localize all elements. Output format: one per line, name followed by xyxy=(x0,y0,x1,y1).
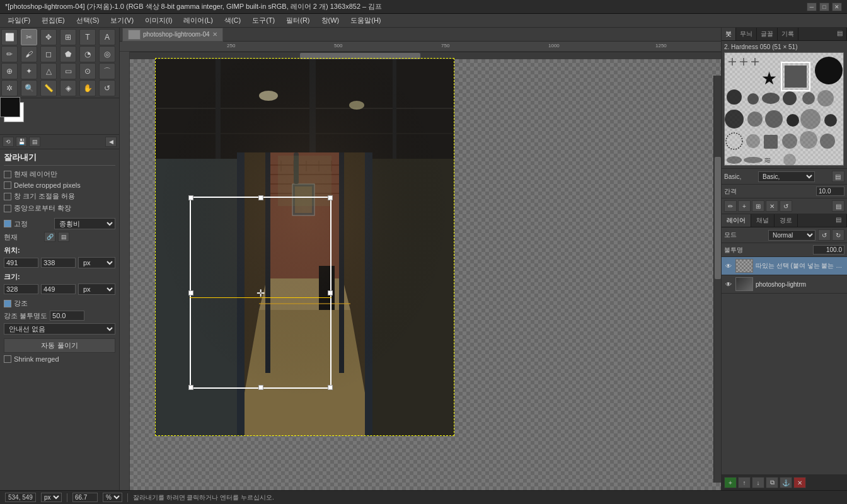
menu-item-1[interactable]: 편집(E) xyxy=(37,14,70,26)
tool-rotate[interactable]: ↺ xyxy=(99,80,115,96)
tab-history[interactable]: 기록 xyxy=(778,28,798,40)
pos-x-input[interactable] xyxy=(4,258,38,268)
tab-close-button[interactable]: ✕ xyxy=(212,31,217,38)
layers-tab-channels[interactable]: 채널 xyxy=(751,214,775,227)
tool-measure[interactable]: 📏 xyxy=(40,80,57,96)
tool-eraser[interactable]: ◻ xyxy=(40,46,57,62)
menu-item-6[interactable]: 색(C) xyxy=(219,14,246,26)
tool-align[interactable]: ⊞ xyxy=(60,29,76,45)
horizontal-scrollbar[interactable] xyxy=(120,52,721,59)
menu-item-9[interactable]: 창(W) xyxy=(316,14,345,26)
minimize-button[interactable]: ─ xyxy=(807,3,817,11)
auto-fit-button[interactable]: 자동 풀이기 xyxy=(4,338,115,353)
menu-item-10[interactable]: 도움말(H) xyxy=(345,14,386,26)
delete-layer-button[interactable]: ✕ xyxy=(793,477,806,488)
tool-color-pick[interactable]: ◈ xyxy=(60,80,76,96)
menu-button[interactable]: ▤ xyxy=(29,137,40,147)
tool-heal[interactable]: ✦ xyxy=(21,63,37,79)
menu-item-2[interactable]: 선택(S) xyxy=(71,14,105,26)
mode-undo-button[interactable]: ↺ xyxy=(818,229,831,241)
preset-select[interactable]: Basic, xyxy=(758,171,815,182)
pos-y-input[interactable] xyxy=(41,258,76,268)
brush-preview-canvas[interactable]: ★ xyxy=(724,52,844,166)
tool-dodge[interactable]: ◔ xyxy=(79,46,96,62)
shrink-merged-checkbox[interactable] xyxy=(4,355,11,363)
spacing-input[interactable] xyxy=(816,186,844,196)
layer-item-0[interactable]: 👁 따있는 선택 (붙여 넣는 붙는 레이 xyxy=(722,257,847,275)
color-swatches[interactable] xyxy=(4,102,38,130)
mode-redo-button[interactable]: ↻ xyxy=(832,229,844,241)
save-settings-button[interactable]: 💾 xyxy=(16,137,27,147)
tool-text[interactable]: A xyxy=(99,29,115,45)
vertical-scrollbar[interactable] xyxy=(713,76,721,483)
brush-grid-button[interactable]: ⊞ xyxy=(752,200,764,212)
pos-unit-select[interactable]: px xyxy=(78,257,115,268)
menu-item-8[interactable]: 필터(R) xyxy=(281,14,314,26)
tab-pattern[interactable]: 무늬 xyxy=(736,28,757,40)
current-layer-checkbox[interactable] xyxy=(4,171,11,178)
brush-delete-button[interactable]: ✕ xyxy=(766,200,778,212)
tool-lasso[interactable]: ⌒ xyxy=(99,63,115,79)
foreground-color-swatch[interactable] xyxy=(0,97,20,117)
current-link-button[interactable]: 🔗 xyxy=(44,232,55,242)
fixed-checkbox[interactable] xyxy=(4,220,11,227)
tab-font[interactable]: 글꼴 xyxy=(757,28,778,40)
coords-unit-select[interactable]: px xyxy=(41,493,62,502)
horizontal-scroll-thumb[interactable] xyxy=(300,53,420,59)
canvas-tab[interactable]: photoshop-lightroom-04 ✕ xyxy=(122,28,223,42)
expand-center-checkbox[interactable] xyxy=(4,205,11,212)
tool-path[interactable]: △ xyxy=(40,63,57,79)
collapse-button[interactable]: ◀ xyxy=(105,137,117,147)
tool-fill[interactable]: ⬟ xyxy=(60,46,76,62)
layers-panel-menu-button[interactable]: ▤ xyxy=(831,214,847,227)
duplicate-layer-button[interactable]: ⧉ xyxy=(766,477,778,488)
maximize-button[interactable]: □ xyxy=(819,3,829,11)
allow-resize-checkbox[interactable] xyxy=(4,193,11,200)
titlebar-controls[interactable]: ─ □ ✕ xyxy=(807,3,842,11)
preset-menu-button[interactable]: ▤ xyxy=(832,171,844,182)
new-layer-button[interactable]: + xyxy=(724,477,737,488)
tool-wand[interactable]: ✲ xyxy=(1,80,18,96)
anchor-layer-button[interactable]: ⚓ xyxy=(780,477,792,488)
brush-edit-button[interactable]: ✏ xyxy=(724,200,737,212)
tool-select-rect[interactable]: ▭ xyxy=(60,63,76,79)
right-panel-menu-button[interactable]: ▤ xyxy=(833,28,847,40)
tool-zoom[interactable]: 🔍 xyxy=(21,80,37,96)
tool-blur[interactable]: ◎ xyxy=(99,46,115,62)
tool-new[interactable]: ⬜ xyxy=(1,29,18,45)
close-button[interactable]: ✕ xyxy=(832,3,842,11)
zoom-input[interactable] xyxy=(72,493,98,502)
tool-transform[interactable]: T xyxy=(79,29,96,45)
highlight-opacity-input[interactable] xyxy=(50,311,84,321)
size-h-input[interactable] xyxy=(41,284,76,294)
layer-item-1[interactable]: 👁 photoshop-lightrm xyxy=(722,275,847,294)
canvas-wrapper[interactable]: ✛ xyxy=(130,52,721,490)
mode-select[interactable]: Normal xyxy=(768,230,815,241)
fixed-select[interactable]: 종횡비 xyxy=(54,218,115,229)
layer-1-visibility-toggle[interactable]: 👁 xyxy=(724,280,733,289)
menu-item-0[interactable]: 파일(F) xyxy=(3,14,35,26)
tool-brush[interactable]: 🖌 xyxy=(21,46,37,62)
vertical-scroll-thumb[interactable] xyxy=(715,157,721,279)
brush-panel-menu-button[interactable]: ▤ xyxy=(832,200,844,212)
layer-0-visibility-toggle[interactable]: 👁 xyxy=(724,261,733,270)
tool-pencil[interactable]: ✏ xyxy=(1,46,18,62)
menu-item-7[interactable]: 도구(T) xyxy=(247,14,280,26)
tool-select-ellipse[interactable]: ⊙ xyxy=(79,63,96,79)
size-unit-select[interactable]: px xyxy=(78,284,115,295)
menu-item-5[interactable]: 레이어(L) xyxy=(178,14,217,26)
tool-move[interactable]: ✥ xyxy=(40,29,57,45)
opacity-input[interactable] xyxy=(813,245,844,255)
tool-hand[interactable]: ✋ xyxy=(79,80,96,96)
delete-cropped-checkbox[interactable] xyxy=(4,181,11,189)
brush-new-button[interactable]: + xyxy=(738,200,751,212)
highlight-checkbox[interactable] xyxy=(4,300,11,307)
tool-clone[interactable]: ⊕ xyxy=(1,63,18,79)
brush-refresh-button[interactable]: ↺ xyxy=(780,200,792,212)
menu-item-4[interactable]: 이미지(I) xyxy=(140,14,177,26)
layers-tab-paths[interactable]: 경로 xyxy=(775,214,798,227)
menu-item-3[interactable]: 보기(V) xyxy=(105,14,139,26)
current-expand-button[interactable]: ▤ xyxy=(58,232,69,242)
guides-select[interactable]: 안내선 없음 xyxy=(4,323,115,335)
tab-brush[interactable]: 붓 xyxy=(722,28,736,40)
